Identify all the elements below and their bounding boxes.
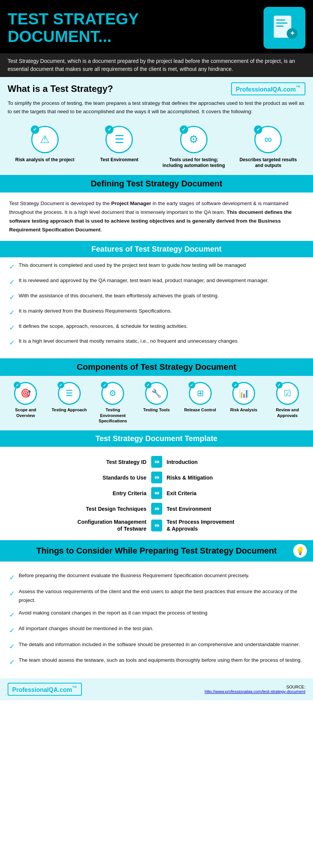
- template-left-3: Test Design Techniques: [75, 505, 151, 512]
- what-title: What is a Test Strategy?: [8, 83, 113, 94]
- arrow-icon-2: ⇔: [154, 489, 159, 497]
- footer: ProfessionalQA.com™ SOURCE: http://www.p…: [0, 678, 313, 700]
- component-item-6: ✓ ☑ Review and Approvals: [268, 382, 307, 418]
- icon-label-3: Describes targeted results and outputs: [235, 157, 301, 169]
- arrow-icon-3: ⇔: [154, 505, 159, 512]
- things-title-bar: Things to Consider While Preparing Test …: [0, 540, 313, 562]
- feature-check-2: ✓: [9, 292, 15, 303]
- arrow-icon-0: ⇔: [154, 458, 159, 465]
- comp-check-2: ✓: [101, 382, 108, 388]
- header-title: TEST STRATEGY DOCUMENT...: [8, 10, 190, 45]
- comp-label-5: Risk Analysis: [230, 407, 257, 412]
- feature-check-1: ✓: [9, 277, 15, 288]
- what-icon-item-2: ✓ ⚙ Tools used for testing; including au…: [161, 126, 227, 169]
- what-header: What is a Test Strategy? ProfessionalQA.…: [8, 82, 305, 95]
- feature-item-1: ✓ It is reviewed and approved by the QA …: [9, 276, 304, 288]
- thing-text-5: The team should assess the testware, suc…: [19, 656, 302, 665]
- template-row-0: Test Strategy ID ⇔ Introduction: [50, 456, 263, 468]
- comp-label-1: Testing Approach: [52, 407, 87, 412]
- icon-symbol-1: ☰: [115, 133, 124, 146]
- header-description: Test Strategy Document, which is a docum…: [0, 53, 313, 77]
- template-section: Test Strategy ID ⇔ Introduction Standard…: [0, 447, 313, 540]
- comp-symbol-0: 🎯: [21, 388, 31, 398]
- component-item-3: ✓ 🔧 Testing Tools: [137, 382, 176, 412]
- comp-circle-4: ✓ ⊞: [189, 382, 212, 405]
- arrow-icon-4: ⇔: [154, 522, 159, 529]
- defining-section: Test Strategy Document is developed by t…: [0, 193, 313, 241]
- template-left-4: Configuration Management of Testware: [75, 518, 151, 532]
- footer-brand-text: ProfessionalQA.com™: [12, 687, 77, 693]
- things-title: Things to Consider While Preparing Test …: [11, 546, 302, 557]
- comp-circle-5: ✓ 📊: [232, 382, 255, 405]
- comp-circle-0: ✓ 🎯: [14, 382, 37, 405]
- thing-check-1: ✓: [9, 588, 15, 600]
- comp-circle-2: ✓ ⚙: [101, 382, 124, 405]
- check-icon-1: ✓: [105, 125, 113, 134]
- comp-check-6: ✓: [276, 382, 283, 388]
- comp-symbol-2: ⚙: [109, 388, 117, 398]
- thing-item-5: ✓ The team should assess the testware, s…: [9, 656, 304, 668]
- thing-check-4: ✓: [9, 641, 15, 653]
- svg-rect-3: [276, 26, 284, 27]
- feature-item-4: ✓ It defines the scope, approach, resour…: [9, 322, 304, 334]
- defining-title: Defining Test Strategy Document: [91, 179, 222, 188]
- thing-check-2: ✓: [9, 609, 15, 621]
- feature-check-4: ✓: [9, 322, 15, 334]
- feature-text-5: It is a high level document that mostly …: [19, 337, 238, 345]
- what-icon-circle-1: ✓ ☰: [105, 126, 133, 153]
- components-row: ✓ 🎯 Scope and Overview ✓ ☰ Testing Appro…: [4, 382, 309, 427]
- brand-logo: ProfessionalQA.com™: [231, 82, 305, 95]
- comp-symbol-4: ⊞: [197, 388, 204, 398]
- comp-check-5: ✓: [232, 382, 239, 388]
- template-title: Test Strategy Document Template: [96, 434, 217, 443]
- document-icon: ✦: [269, 13, 300, 43]
- what-icon-circle-2: ✓ ⚙: [180, 126, 208, 153]
- component-item-1: ✓ ☰ Testing Approach: [50, 382, 89, 412]
- comp-label-4: Release Control: [184, 407, 216, 412]
- thing-text-1: Assess the various requirements of the c…: [19, 587, 304, 605]
- comp-symbol-5: 📊: [239, 388, 249, 398]
- thing-text-2: Avoid making constant changes in the rep…: [19, 609, 208, 618]
- check-icon-2: ✓: [180, 125, 188, 134]
- template-right-1: Risks & Mitigation: [162, 474, 238, 481]
- what-icon-circle-3: ✓ ∞: [254, 126, 282, 153]
- what-icon-item-1: ✓ ☰ Test Environment: [86, 126, 152, 163]
- icon-symbol-3: ∞: [264, 133, 272, 146]
- comp-label-3: Testing Tools: [143, 407, 170, 412]
- feature-item-2: ✓ With the assistance of this document, …: [9, 292, 304, 303]
- component-item-2: ✓ ⚙ Testing Environment Specifications: [93, 382, 133, 424]
- what-is-section: What is a Test Strategy? ProfessionalQA.…: [0, 77, 313, 175]
- component-item-0: ✓ 🎯 Scope and Overview: [6, 382, 45, 418]
- template-arrow-2: ⇔: [151, 487, 162, 499]
- features-title-bar: Features of Test Strategy Document: [0, 241, 313, 257]
- what-description: To simplify the process of testing, the …: [8, 99, 305, 116]
- template-left-2: Entry Criteria: [75, 490, 151, 497]
- comp-check-1: ✓: [57, 382, 64, 388]
- thing-text-3: All important changes should be mentione…: [19, 624, 153, 633]
- what-icon-item-0: ✓ ⚠ Risk analysis of the project: [12, 126, 78, 163]
- feature-check-5: ✓: [9, 337, 15, 348]
- thing-text-4: The details and information included in …: [19, 640, 300, 649]
- template-left-1: Standards to Use: [75, 474, 151, 481]
- what-icon-item-3: ✓ ∞ Describes targeted results and outpu…: [235, 126, 301, 169]
- footer-source-url[interactable]: http://www.professionalqa.com/test-strat…: [204, 689, 305, 694]
- template-right-0: Introduction: [162, 459, 238, 465]
- template-arrow-3: ⇔: [151, 503, 162, 515]
- features-section: ✓ This document is completed and used by…: [0, 261, 313, 358]
- defining-text: Test Strategy Document is developed by t…: [9, 199, 304, 234]
- what-icons-row: ✓ ⚠ Risk analysis of the project ✓ ☰ Tes…: [8, 122, 305, 171]
- feature-text-1: It is reviewed and approved by the QA ma…: [19, 276, 269, 285]
- thing-text-0: Before preparing the document evaluate t…: [19, 571, 249, 580]
- comp-label-0: Scope and Overview: [6, 407, 45, 418]
- comp-check-0: ✓: [14, 382, 21, 388]
- things-section: Things to Consider While Preparing Test …: [0, 540, 313, 678]
- things-list: ✓ Before preparing the document evaluate…: [0, 562, 313, 678]
- feature-item-5: ✓ It is a high level document that mostl…: [9, 337, 304, 348]
- feature-text-0: This document is completed and used by t…: [19, 261, 246, 270]
- thing-check-5: ✓: [9, 656, 15, 668]
- icon-symbol-0: ⚠: [40, 133, 50, 146]
- arrow-icon-1: ⇔: [154, 474, 159, 481]
- comp-check-3: ✓: [145, 382, 152, 388]
- feature-check-3: ✓: [9, 307, 15, 318]
- features-title: Features of Test Strategy Document: [91, 245, 222, 253]
